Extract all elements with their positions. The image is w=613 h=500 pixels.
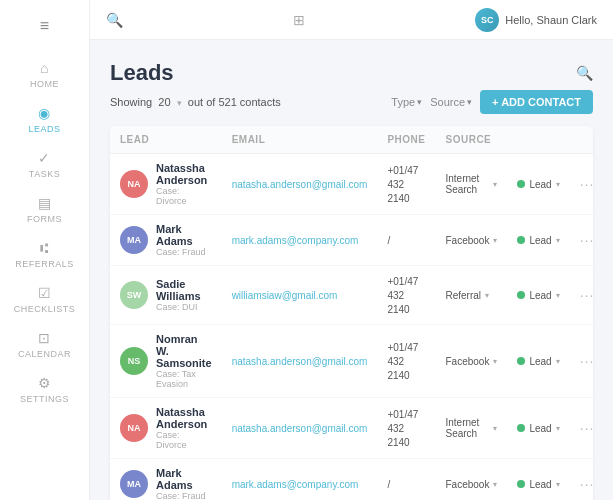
email-link[interactable]: mark.adams@company.com <box>232 479 359 490</box>
source-cell[interactable]: Referral <box>435 266 507 325</box>
sidebar-item-tasks[interactable]: ✓ Tasks <box>0 142 89 187</box>
avatar-initials: NA <box>128 179 141 189</box>
source-cell[interactable]: Internet Search <box>435 154 507 215</box>
email-link[interactable]: natasha.anderson@gmail.com <box>232 179 368 190</box>
status-dropdown-arrow[interactable]: ▾ <box>556 291 560 300</box>
table-row[interactable]: NA Natassha Anderson Case: Divorce natas… <box>110 398 593 459</box>
header-search-icon[interactable]: 🔍 <box>576 65 593 81</box>
email-cell: mark.adams@company.com <box>222 459 378 501</box>
row-actions-cell: ··· <box>570 325 593 398</box>
avatar: MA <box>120 226 148 254</box>
lead-info: Mark Adams Case: Fraud <box>156 223 212 257</box>
table-row[interactable]: MA Mark Adams Case: Fraud mark.adams@com… <box>110 459 593 501</box>
sidebar-item-label: Settings <box>20 394 69 404</box>
sidebar-item-calendar[interactable]: ⊡ Calendar <box>0 322 89 367</box>
status-cell[interactable]: Lead ▾ <box>507 325 569 398</box>
showing-prefix: Showing <box>110 96 152 108</box>
status-dropdown-arrow[interactable]: ▾ <box>556 180 560 189</box>
email-link[interactable]: natasha.anderson@gmail.com <box>232 423 368 434</box>
status-dropdown-arrow[interactable]: ▾ <box>556 357 560 366</box>
sidebar-item-leads[interactable]: ◉ Leads <box>0 97 89 142</box>
lead-sub: Case: Tax Evasion <box>156 369 212 389</box>
status-label: Lead <box>529 290 551 301</box>
lead-name: Mark Adams <box>156 467 212 491</box>
sidebar-menu-icon[interactable]: ≡ <box>29 10 61 42</box>
source-value[interactable]: Facebook <box>445 479 497 490</box>
email-cell: mark.adams@company.com <box>222 215 378 266</box>
email-cell: williamsiaw@gmail.com <box>222 266 378 325</box>
status-cell[interactable]: Lead ▾ <box>507 398 569 459</box>
status-dot <box>517 180 525 188</box>
col-header-lead: Lead <box>110 126 222 154</box>
avatar-initials: NS <box>128 356 141 366</box>
add-contact-button[interactable]: + ADD CONTACT <box>480 90 593 114</box>
lead-name: Sadie Williams <box>156 278 212 302</box>
more-options-button[interactable]: ··· <box>580 420 593 436</box>
referrals-icon: ⑆ <box>40 240 49 256</box>
source-cell[interactable]: Internet Search <box>435 398 507 459</box>
sidebar: ≡ ⌂ Home ◉ Leads ✓ Tasks ▤ Forms ⑆ Refer… <box>0 0 90 500</box>
status-dropdown-arrow[interactable]: ▾ <box>556 236 560 245</box>
lead-info: Sadie Williams Case: DUI <box>156 278 212 312</box>
lead-cell: MA Mark Adams Case: Fraud <box>110 215 222 266</box>
phone-text: +01/47 432 2140 <box>387 342 418 381</box>
table-row[interactable]: SW Sadie Williams Case: DUI williamsiaw@… <box>110 266 593 325</box>
more-options-button[interactable]: ··· <box>580 476 593 492</box>
status-cell[interactable]: Lead ▾ <box>507 459 569 501</box>
phone-text: +01/47 432 2140 <box>387 409 418 448</box>
topbar-search-icon[interactable]: 🔍 <box>106 12 123 28</box>
type-filter-button[interactable]: Type <box>391 96 422 108</box>
source-cell[interactable]: Facebook <box>435 459 507 501</box>
source-value[interactable]: Facebook <box>445 356 497 367</box>
source-value[interactable]: Internet Search <box>445 417 497 439</box>
showing-suffix: out of 521 contacts <box>188 96 281 108</box>
col-header-status <box>507 126 569 154</box>
avatar: NA <box>120 170 148 198</box>
col-header-actions <box>570 126 593 154</box>
showing-dropdown-arrow[interactable]: ▾ <box>177 98 182 108</box>
source-cell[interactable]: Facebook <box>435 215 507 266</box>
home-icon: ⌂ <box>40 60 49 76</box>
lead-sub: Case: Divorce <box>156 186 212 206</box>
sidebar-item-referrals[interactable]: ⑆ Referrals <box>0 232 89 277</box>
topbar-grid-icon[interactable]: ⊞ <box>293 12 305 28</box>
source-filter-button[interactable]: Source <box>430 96 472 108</box>
phone-text: +01/47 432 2140 <box>387 276 418 315</box>
avatar-initials: MA <box>127 479 141 489</box>
source-cell[interactable]: Facebook <box>435 325 507 398</box>
email-link[interactable]: williamsiaw@gmail.com <box>232 290 338 301</box>
lead-cell: NA Natassha Anderson Case: Divorce <box>110 154 222 215</box>
status-dropdown-arrow[interactable]: ▾ <box>556 480 560 489</box>
table-row[interactable]: MA Mark Adams Case: Fraud mark.adams@com… <box>110 215 593 266</box>
table-head: Lead Email Phone Source <box>110 126 593 154</box>
email-link[interactable]: natasha.anderson@gmail.com <box>232 356 368 367</box>
more-options-button[interactable]: ··· <box>580 353 593 369</box>
more-options-button[interactable]: ··· <box>580 176 593 192</box>
sidebar-item-forms[interactable]: ▤ Forms <box>0 187 89 232</box>
table-row[interactable]: NS Nomran W. Samsonite Case: Tax Evasion… <box>110 325 593 398</box>
source-value[interactable]: Facebook <box>445 235 497 246</box>
email-link[interactable]: mark.adams@company.com <box>232 235 359 246</box>
sidebar-item-home[interactable]: ⌂ Home <box>0 52 89 97</box>
phone-cell: +01/47 432 2140 <box>377 266 435 325</box>
status-label: Lead <box>529 479 551 490</box>
source-value[interactable]: Referral <box>445 290 497 301</box>
table-row[interactable]: NA Natassha Anderson Case: Divorce natas… <box>110 154 593 215</box>
more-options-button[interactable]: ··· <box>580 232 593 248</box>
row-actions-cell: ··· <box>570 266 593 325</box>
lead-info: Natassha Anderson Case: Divorce <box>156 162 212 206</box>
more-options-button[interactable]: ··· <box>580 287 593 303</box>
status-label: Lead <box>529 179 551 190</box>
source-value[interactable]: Internet Search <box>445 173 497 195</box>
status-cell[interactable]: Lead ▾ <box>507 266 569 325</box>
lead-info: Natassha Anderson Case: Divorce <box>156 406 212 450</box>
status-dot <box>517 357 525 365</box>
col-header-phone: Phone <box>377 126 435 154</box>
sidebar-item-checklists[interactable]: ☑ Checklists <box>0 277 89 322</box>
status-cell[interactable]: Lead ▾ <box>507 154 569 215</box>
lead-name: Natassha Anderson <box>156 406 212 430</box>
status-cell[interactable]: Lead ▾ <box>507 215 569 266</box>
lead-sub: Case: Fraud <box>156 247 212 257</box>
status-dropdown-arrow[interactable]: ▾ <box>556 424 560 433</box>
sidebar-item-settings[interactable]: ⚙ Settings <box>0 367 89 412</box>
